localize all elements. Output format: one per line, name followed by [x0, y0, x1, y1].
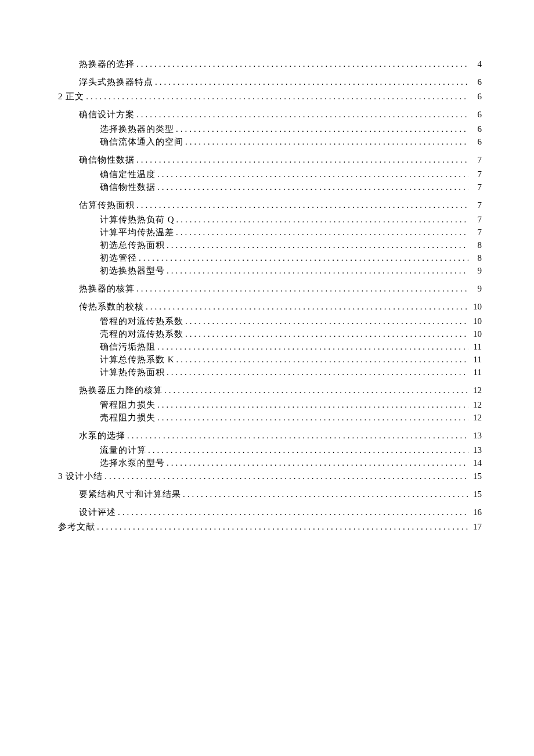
toc-entry-page: 15 — [470, 470, 482, 483]
toc-entry: 选择水泵的型号14 — [58, 457, 482, 469]
toc-entry-page: 14 — [470, 457, 482, 469]
toc-entry-page: 12 — [470, 384, 482, 397]
toc-leader-dots — [148, 444, 468, 453]
toc-leader-dots — [136, 154, 468, 163]
toc-leader-dots — [185, 315, 468, 324]
toc-entry-page: 6 — [470, 123, 482, 135]
toc-entry: 管程阻力损失12 — [58, 399, 482, 411]
toc-leader-dots — [104, 470, 468, 479]
toc-entry-page: 10 — [470, 301, 482, 313]
toc-entry-label: 计算传热热负荷 Q — [100, 214, 175, 226]
toc-entry: 流量的计算13 — [58, 444, 482, 456]
toc-entry: 确信物性数据7 — [58, 154, 482, 166]
toc-leader-dots — [157, 341, 468, 350]
toc-entry-page: 6 — [470, 76, 482, 88]
toc-entry-label: 管程阻力损失 — [100, 399, 156, 411]
toc-entry-page: 7 — [470, 181, 482, 193]
toc-entry-label: 水泵的选择 — [79, 430, 125, 442]
toc-entry-page: 7 — [470, 168, 482, 181]
toc-leader-dots — [136, 199, 468, 208]
toc-leader-dots — [155, 76, 468, 85]
toc-leader-dots — [185, 136, 468, 145]
toc-leader-dots — [157, 168, 468, 177]
toc-entry-label: 确信污垢热阻 — [100, 341, 156, 353]
toc-entry: 2 正文6 — [58, 91, 482, 103]
toc-entry-label: 参考文献 — [58, 521, 95, 533]
toc-entry-label: 流量的计算 — [100, 444, 146, 456]
toc-entry-label: 3 设计小结 — [58, 470, 103, 483]
toc-leader-dots — [183, 488, 468, 497]
toc-entry-page: 11 — [470, 354, 482, 366]
toc-entry: 壳程阻力损失12 — [58, 412, 482, 424]
toc-entry-label: 选择水泵的型号 — [100, 457, 165, 469]
toc-entry-label: 初选总传热面积 — [100, 239, 165, 251]
toc-entry: 设计评述16 — [58, 506, 482, 519]
toc-entry: 确信物性数据7 — [58, 181, 482, 193]
toc-entry: 热换器的选择4 — [58, 58, 482, 70]
toc-leader-dots — [136, 58, 468, 67]
toc-entry: 传热系数的校核10 — [58, 301, 482, 313]
toc-leader-dots — [118, 506, 468, 515]
toc-entry-page: 16 — [470, 506, 482, 519]
toc-entry: 热换器压力降的核算12 — [58, 384, 482, 397]
table-of-contents: 热换器的选择4浮头式热换器特点62 正文6确信设计方案6选择换热器的类型6确信流… — [58, 58, 482, 533]
toc-entry: 确信设计方案6 — [58, 109, 482, 121]
toc-entry-page: 7 — [470, 226, 482, 239]
toc-leader-dots — [139, 252, 468, 261]
toc-entry: 壳程的对流传热系数10 — [58, 328, 482, 340]
toc-entry: 计算平均传热温差7 — [58, 226, 482, 239]
toc-leader-dots — [176, 354, 468, 362]
toc-entry-page: 12 — [470, 399, 482, 411]
toc-entry-label: 设计评述 — [79, 506, 116, 519]
toc-entry-label: 确信物性数据 — [79, 154, 135, 166]
toc-entry-label: 热换器的选择 — [79, 58, 135, 70]
toc-entry-label: 传热系数的校核 — [79, 301, 144, 313]
toc-entry: 3 设计小结15 — [58, 470, 482, 483]
toc-entry: 计算总传热系数 K11 — [58, 354, 482, 366]
toc-entry-label: 2 正文 — [58, 91, 84, 103]
toc-entry: 初选换热器型号9 — [58, 265, 482, 277]
toc-entry-page: 13 — [470, 444, 482, 456]
toc-leader-dots — [157, 412, 468, 420]
toc-entry-page: 4 — [470, 58, 482, 70]
toc-entry-page: 9 — [470, 283, 482, 295]
toc-entry: 水泵的选择13 — [58, 430, 482, 442]
toc-entry: 确信污垢热阻11 — [58, 341, 482, 353]
toc-entry-page: 11 — [470, 366, 482, 379]
toc-entry-label: 计算总传热系数 K — [100, 354, 175, 366]
toc-entry-label: 确信物性数据 — [100, 181, 156, 193]
toc-entry: 管程的对流传热系数10 — [58, 315, 482, 327]
toc-entry: 热换器的核算9 — [58, 283, 482, 295]
toc-entry-label: 确信设计方案 — [79, 109, 135, 121]
toc-entry: 计算热传热面积11 — [58, 366, 482, 379]
toc-entry-label: 管程的对流传热系数 — [100, 315, 183, 327]
toc-leader-dots — [146, 301, 468, 309]
toc-leader-dots — [97, 521, 468, 530]
toc-leader-dots — [127, 430, 468, 438]
toc-entry-label: 热换器压力降的核算 — [79, 384, 163, 397]
toc-entry-page: 9 — [470, 265, 482, 277]
toc-entry-page: 6 — [470, 91, 482, 103]
toc-entry-page: 10 — [470, 328, 482, 340]
toc-entry: 初选总传热面积8 — [58, 239, 482, 251]
toc-entry-page: 8 — [470, 239, 482, 251]
toc-entry: 浮头式热换器特点6 — [58, 76, 482, 88]
toc-leader-dots — [157, 181, 468, 190]
toc-entry: 选择换热器的类型6 — [58, 123, 482, 135]
toc-leader-dots — [176, 123, 468, 132]
toc-entry-page: 7 — [470, 214, 482, 226]
toc-leader-dots — [167, 239, 468, 248]
toc-entry-label: 初选换热器型号 — [100, 265, 165, 277]
toc-entry-page: 10 — [470, 315, 482, 327]
toc-leader-dots — [167, 457, 468, 466]
toc-leader-dots — [167, 265, 468, 273]
toc-entry-page: 8 — [470, 252, 482, 264]
toc-entry: 估算传热面积7 — [58, 199, 482, 211]
toc-entry: 确信流体通入的空间6 — [58, 136, 482, 148]
toc-entry-label: 确信流体通入的空间 — [100, 136, 183, 148]
toc-entry: 初选管径8 — [58, 252, 482, 264]
toc-entry-page: 6 — [470, 136, 482, 148]
toc-entry-label: 壳程的对流传热系数 — [100, 328, 183, 340]
toc-entry: 确信定性温度7 — [58, 168, 482, 181]
toc-entry: 要紧结构尺寸和计算结果15 — [58, 488, 482, 501]
